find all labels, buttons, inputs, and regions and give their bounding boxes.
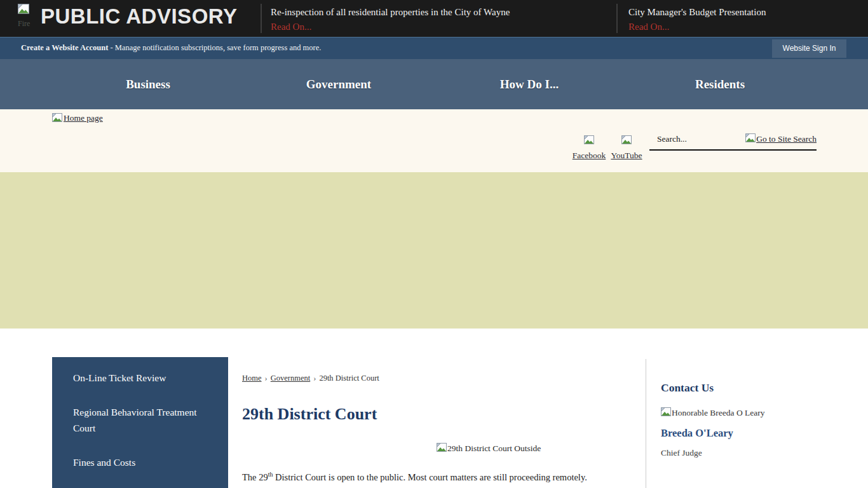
judge-name: Breeda O'Leary	[661, 427, 845, 440]
breadcrumb-government-link[interactable]: Government	[271, 374, 310, 383]
broken-image-icon	[52, 113, 62, 126]
judge-role: Chief Judge	[661, 448, 845, 458]
advisory-text: Re-inspection of all residential propert…	[271, 7, 510, 17]
broken-image-icon	[745, 133, 756, 144]
breadcrumb-current-page: 29th District Court	[319, 374, 379, 383]
public-advisory-title: PUBLIC ADVISORY	[41, 4, 237, 29]
broken-image-icon	[661, 407, 671, 417]
account-bar: Create a Website Account - Manage notifi…	[0, 37, 868, 59]
broken-image-icon	[437, 443, 447, 453]
judge-photo-broken: Honorable Breeda O Leary	[661, 407, 845, 418]
home-page-link[interactable]: Home page	[52, 113, 103, 126]
broken-image-icon	[18, 4, 29, 18]
breadcrumb-home-link[interactable]: Home	[242, 374, 262, 383]
breadcrumb-separator: ›	[265, 374, 268, 383]
advisory-item: City Manager's Budget Presentation Read …	[628, 5, 766, 34]
facebook-alt-text: Facebook	[573, 151, 606, 160]
nav-item-how-do-i[interactable]: How Do I...	[434, 59, 625, 109]
paragraph-text: The 29	[242, 472, 268, 482]
judge-photo-alt-text: Honorable Breeda O Leary	[672, 408, 765, 417]
site-header: Home page Facebook YouTube Go to Site Se…	[0, 109, 868, 172]
contact-us-panel: Contact Us Honorable Breeda O Leary Bree…	[661, 381, 845, 458]
create-account-message[interactable]: Create a Website Account - Manage notifi…	[21, 43, 321, 53]
paragraph-text: District Court is open to the public. Mo…	[242, 472, 587, 488]
court-outside-alt-text: 29th District Court Outside	[447, 444, 541, 453]
breadcrumb-separator: ›	[313, 374, 316, 383]
search-input[interactable]	[656, 133, 735, 145]
nav-item-residents[interactable]: Residents	[625, 59, 815, 109]
page-content: On-Line Ticket Review Regional Behaviora…	[0, 329, 868, 488]
contact-us-heading: Contact Us	[661, 381, 845, 395]
broken-image-icon	[584, 135, 594, 146]
sidebar-item-online-ticket-review[interactable]: On-Line Ticket Review	[73, 370, 213, 386]
sidebar-item-fines-and-costs[interactable]: Fines and Costs	[73, 454, 213, 470]
read-on-link[interactable]: Read On...	[271, 20, 510, 34]
advisory-text: City Manager's Budget Presentation	[628, 7, 766, 17]
page-title: 29th District Court	[242, 405, 377, 424]
go-to-site-search-button[interactable]: Go to Site Search	[745, 133, 817, 144]
public-advisory-bar: Fire PUBLIC ADVISORY Re-inspection of al…	[0, 0, 868, 37]
website-sign-in-button[interactable]: Website Sign In	[772, 39, 846, 58]
home-page-alt-text: Home page	[64, 113, 103, 123]
site-search-form: Go to Site Search	[649, 132, 817, 151]
left-sidebar-menu: On-Line Ticket Review Regional Behaviora…	[52, 357, 228, 488]
breadcrumb: Home›Government›29th District Court	[242, 374, 379, 383]
court-outside-image-broken: 29th District Court Outside	[437, 443, 541, 454]
go-to-site-search-alt-text: Go to Site Search	[756, 134, 817, 144]
nav-item-business[interactable]: Business	[53, 59, 243, 109]
create-account-description: - Manage notification subscriptions, sav…	[108, 43, 321, 52]
read-on-link[interactable]: Read On...	[628, 20, 766, 34]
content-vertical-divider	[646, 359, 646, 488]
youtube-link[interactable]: YouTube	[608, 133, 645, 163]
hero-banner-image-area	[0, 172, 868, 329]
main-navigation-inner: Business Government How Do I... Resident…	[53, 59, 815, 109]
sidebar-item-regional-behavioral-treatment-court[interactable]: Regional Behavioral Treatment Court	[73, 404, 213, 436]
nav-item-government[interactable]: Government	[243, 59, 434, 109]
facebook-link[interactable]: Facebook	[571, 133, 607, 163]
broken-image-icon	[621, 135, 632, 146]
main-navigation: Business Government How Do I... Resident…	[0, 59, 868, 109]
youtube-alt-text: YouTube	[611, 151, 642, 160]
create-account-link[interactable]: Create a Website Account	[21, 43, 108, 52]
advisory-item: Re-inspection of all residential propert…	[271, 5, 510, 34]
advisory-divider	[261, 4, 262, 33]
body-paragraph: The 29th District Court is open to the p…	[242, 466, 617, 488]
advisory-divider	[616, 4, 618, 33]
